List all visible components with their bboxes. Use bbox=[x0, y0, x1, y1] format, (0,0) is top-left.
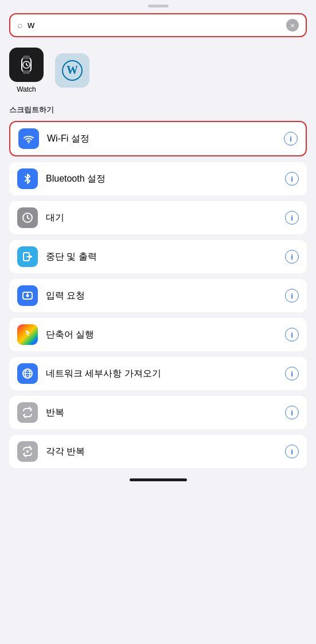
exit-icon bbox=[17, 246, 38, 267]
bluetooth-label: Bluetooth 설정 bbox=[46, 173, 277, 185]
svg-rect-1 bbox=[23, 56, 30, 59]
shortcut-label: 단축어 실행 bbox=[46, 329, 277, 341]
search-icon: ⌕ bbox=[17, 20, 23, 30]
bluetooth-info-button[interactable]: i bbox=[285, 172, 299, 186]
clock-icon bbox=[17, 207, 38, 228]
each-repeat-label: 각각 반복 bbox=[46, 446, 277, 458]
list-item-stop[interactable]: 중단 및 출력 i bbox=[9, 240, 307, 273]
svg-point-20 bbox=[26, 450, 29, 453]
list-item-repeat[interactable]: 반복 i bbox=[9, 396, 307, 429]
wifi-icon bbox=[18, 128, 39, 149]
search-input[interactable]: w bbox=[28, 19, 286, 31]
network-label: 네트워크 세부사항 가져오기 bbox=[46, 368, 277, 380]
bottom-home-indicator bbox=[130, 478, 187, 481]
list-item-wifi[interactable]: Wi-Fi 설정 i bbox=[9, 121, 307, 156]
svg-point-8 bbox=[28, 142, 29, 143]
world-icon bbox=[17, 363, 38, 384]
list-item-network[interactable]: 네트워크 세부사항 가져오기 i bbox=[9, 357, 307, 390]
search-bar[interactable]: ⌕ w × bbox=[9, 13, 307, 37]
shortcuts-icon bbox=[17, 324, 38, 345]
svg-line-5 bbox=[26, 65, 28, 66]
input-icon bbox=[17, 285, 38, 306]
svg-text:W: W bbox=[67, 64, 78, 76]
wordpress-app-icon: W bbox=[55, 53, 89, 88]
svg-rect-2 bbox=[23, 70, 30, 74]
list-container: Wi-Fi 설정 i Bluetooth 설정 i 대기 i bbox=[9, 121, 307, 468]
input-label: 입력 요청 bbox=[46, 290, 277, 302]
svg-point-13 bbox=[26, 294, 29, 297]
section-title: 스크립트하기 bbox=[9, 105, 307, 115]
watch-app-icon bbox=[9, 48, 44, 82]
shortcut-info-button[interactable]: i bbox=[285, 328, 299, 341]
list-item-bluetooth[interactable]: Bluetooth 설정 i bbox=[9, 162, 307, 195]
repeat-icon bbox=[17, 402, 38, 423]
each-repeat-info-button[interactable]: i bbox=[285, 445, 299, 458]
drag-handle bbox=[148, 5, 169, 7]
list-item-input[interactable]: 입력 요청 i bbox=[9, 279, 307, 312]
list-item-standby[interactable]: 대기 i bbox=[9, 201, 307, 234]
network-info-button[interactable]: i bbox=[285, 367, 299, 380]
standby-info-button[interactable]: i bbox=[285, 211, 299, 225]
wifi-info-button[interactable]: i bbox=[284, 132, 298, 146]
input-info-button[interactable]: i bbox=[285, 289, 299, 303]
clear-button[interactable]: × bbox=[286, 19, 299, 32]
repeat-label: 반복 bbox=[46, 407, 277, 419]
stop-info-button[interactable]: i bbox=[285, 250, 299, 264]
watch-app-label: Watch bbox=[17, 85, 36, 93]
standby-label: 대기 bbox=[46, 212, 277, 224]
list-item-shortcut[interactable]: 단축어 실행 i bbox=[9, 318, 307, 351]
apps-section: Watch W bbox=[9, 48, 307, 93]
repeat-info-button[interactable]: i bbox=[285, 406, 299, 419]
app-watch[interactable]: Watch bbox=[9, 48, 44, 93]
app-wordpress[interactable]: W bbox=[55, 53, 89, 88]
wifi-label: Wi-Fi 설정 bbox=[47, 133, 276, 145]
each-repeat-icon bbox=[17, 441, 38, 462]
stop-label: 중단 및 출력 bbox=[46, 251, 277, 263]
list-item-each-repeat[interactable]: 각각 반복 i bbox=[9, 435, 307, 468]
bluetooth-icon bbox=[17, 168, 38, 189]
